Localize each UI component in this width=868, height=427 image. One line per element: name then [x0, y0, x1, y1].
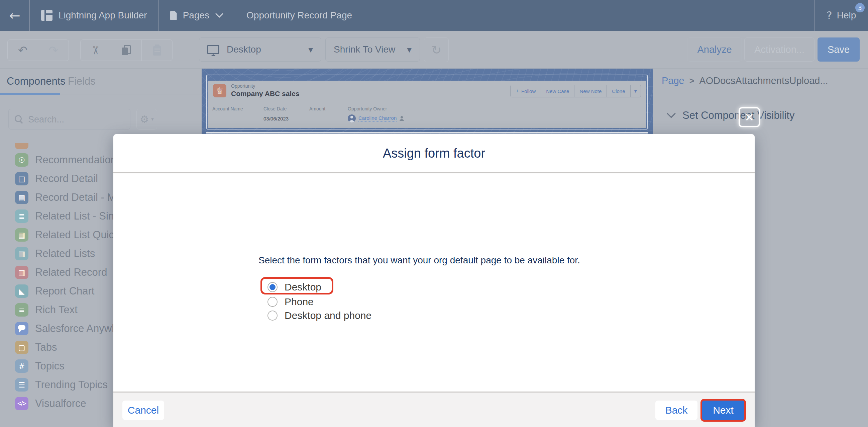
owner-link[interactable]: Caroline Charron	[359, 115, 397, 122]
sidebar-item-label: Rich Text	[35, 304, 78, 316]
breadcrumb-current: AODocsAttachmentsUpload...	[699, 75, 828, 86]
question-icon: ?	[827, 9, 832, 22]
app-title-item: Lightning App Builder	[30, 0, 159, 31]
modal-title: Assign form factor	[383, 146, 485, 161]
report-chart-icon: ◣	[15, 284, 28, 298]
record-detail-icon: ▤	[15, 172, 28, 186]
radio-button-selected[interactable]	[268, 282, 278, 292]
field-value: 03/06/2023	[264, 114, 288, 122]
record-action-follow[interactable]: +Follow	[510, 85, 541, 97]
undo-redo-group: ↶ ↷	[7, 39, 69, 61]
tab-components[interactable]: Components	[7, 68, 65, 94]
code-icon: </>	[15, 397, 28, 410]
sidebar-item-label: Salesforce Anywher	[35, 322, 127, 335]
hash-icon: #	[15, 360, 28, 373]
paste-button[interactable]	[142, 39, 173, 61]
view-scale-dropdown[interactable]: Shrink To View ▼	[326, 37, 420, 62]
page-title: Opportunity Record Page	[235, 0, 364, 31]
app-title: Lightning App Builder	[59, 10, 147, 21]
chat-bubble-icon	[15, 322, 28, 335]
modal-prompt: Select the form factors that you want yo…	[258, 255, 580, 266]
refresh-button[interactable]: ↻	[424, 37, 449, 62]
undo-button[interactable]: ↶	[7, 39, 38, 61]
plus-icon: +	[516, 88, 519, 94]
owner-avatar	[348, 114, 356, 122]
form-factor-option-desktop[interactable]: Desktop	[268, 280, 321, 294]
sidebar-item-label: Visualforce	[35, 398, 86, 409]
scissors-icon: ✂	[89, 46, 102, 55]
record-detail-icon: ▤	[15, 191, 28, 204]
search-icon	[15, 115, 22, 122]
view-scale-value: Shrink To View	[334, 44, 395, 55]
person-icon	[399, 116, 404, 121]
radio-button[interactable]	[268, 311, 278, 320]
field-account-name: Account Name	[212, 106, 243, 111]
modal-footer: Cancel Back Next	[113, 392, 755, 427]
lightning-app-builder-screen: ← Lightning App Builder Pages Opportunit…	[0, 0, 868, 427]
sidebar-item-label: Related Record	[35, 266, 107, 278]
caret-down-icon: ▼	[308, 46, 313, 53]
copy-button[interactable]	[111, 39, 142, 61]
copy-icon	[122, 45, 131, 55]
record-action-new-case[interactable]: New Case	[541, 85, 574, 97]
activation-button: Activation...	[744, 37, 814, 62]
entity-label: Opportunity	[231, 83, 255, 89]
modal-close-button[interactable]: ×	[739, 107, 760, 127]
record-name: Company ABC sales	[231, 90, 300, 98]
component-visibility-section[interactable]: Set Component Visibility	[667, 109, 795, 121]
save-button[interactable]: Save	[817, 37, 860, 62]
record-action-clone[interactable]: Clone	[607, 85, 630, 97]
chevron-down-icon	[667, 113, 676, 118]
device-dropdown-value: Desktop	[227, 44, 261, 55]
sidebar-item-label: Record Detail	[35, 173, 98, 185]
cut-button[interactable]: ✂	[80, 39, 111, 61]
trending-topics-icon: ☰	[15, 378, 28, 392]
help-menu[interactable]: ? Help 3	[814, 0, 868, 31]
pages-label: Pages	[183, 10, 209, 21]
component-search[interactable]	[8, 109, 130, 130]
highlights-panel-component[interactable]: ♕ Opportunity Company ABC sales +FollowN…	[206, 75, 648, 130]
record-fields-row: Account NameClose Date03/06/2023AmountOp…	[208, 106, 646, 127]
partial-item-icon	[15, 143, 28, 149]
form-factor-option-desktop-and-phone[interactable]: Desktop and phone	[268, 309, 371, 322]
record-action-new-note[interactable]: New Note	[574, 85, 607, 97]
settings-button[interactable]: ⚙ ▾	[136, 109, 157, 130]
cancel-button[interactable]: Cancel	[122, 401, 164, 420]
redo-icon: ↷	[49, 44, 58, 57]
redo-button[interactable]: ↷	[38, 39, 69, 61]
related-list-quick-icon: ▦	[15, 228, 28, 241]
device-dropdown[interactable]: Desktop ▼	[199, 37, 321, 62]
pages-menu[interactable]: Pages	[159, 0, 235, 31]
record-action-bar: +FollowNew CaseNew NoteClone▼	[510, 85, 641, 97]
opportunity-icon: ♕	[213, 84, 226, 97]
field-close-date: Close Date03/06/2023	[264, 106, 288, 122]
sidebar-item-label: Report Chart	[35, 285, 94, 297]
rich-text-icon: ≡	[15, 303, 28, 317]
sidebar-tabs: Components Fields	[0, 68, 202, 94]
next-button[interactable]: Next	[702, 401, 744, 420]
radio-button[interactable]	[268, 297, 278, 307]
tab-fields[interactable]: Fields	[68, 68, 96, 94]
toolbar: ↶ ↷ ✂ Desktop ▼ Shrink To View ▼	[0, 31, 868, 68]
analyze-button[interactable]: Analyze	[687, 37, 742, 62]
refresh-icon: ↻	[431, 43, 441, 57]
back-button[interactable]: ←	[0, 0, 30, 31]
sidebar-item-label: Topics	[35, 360, 65, 372]
field-label: Opportunity Owner	[348, 106, 404, 111]
breadcrumb-page-link[interactable]: Page	[662, 75, 684, 86]
tab-icon: ▢	[15, 341, 28, 354]
sidebar-item-label: Tabs	[35, 341, 57, 353]
assign-form-factor-modal: Assign form factor Select the form facto…	[113, 134, 755, 427]
field-amount: Amount	[309, 106, 326, 111]
chevron-down-icon	[215, 13, 223, 18]
record-action-more-button[interactable]: ▼	[630, 85, 641, 97]
breadcrumb: Page > AODocsAttachmentsUpload...	[653, 68, 868, 93]
header-bar: ← Lightning App Builder Pages Opportunit…	[0, 0, 868, 31]
clipboard-group: ✂	[80, 39, 173, 61]
field-label: Amount	[309, 106, 326, 111]
form-factor-option-phone[interactable]: Phone	[268, 295, 314, 309]
search-input[interactable]	[27, 109, 126, 130]
radio-label: Desktop and phone	[284, 310, 371, 321]
sidebar-item-label: Related Lists	[35, 248, 95, 260]
back-button-modal[interactable]: Back	[655, 401, 698, 420]
